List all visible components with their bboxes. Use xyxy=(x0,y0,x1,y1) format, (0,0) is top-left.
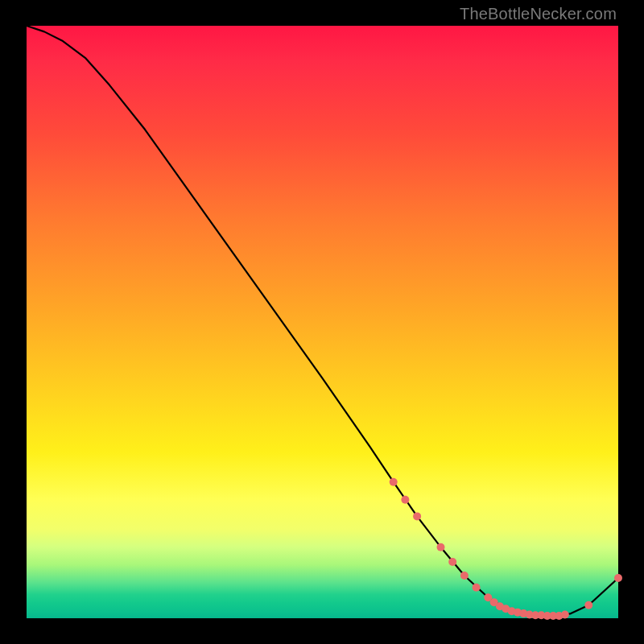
data-point xyxy=(561,611,569,619)
marker-layer xyxy=(390,478,622,620)
data-point xyxy=(437,543,445,551)
data-point xyxy=(413,512,421,520)
data-point xyxy=(614,574,622,582)
data-point xyxy=(473,584,481,592)
data-point xyxy=(390,478,398,486)
data-point xyxy=(460,572,469,580)
chart-stage: TheBottleNecker.com xyxy=(0,0,644,644)
data-point xyxy=(584,601,592,609)
line-series xyxy=(27,26,618,618)
attribution-link[interactable]: TheBottleNecker.com xyxy=(460,5,617,23)
curve-path xyxy=(27,26,618,616)
data-point xyxy=(448,558,456,566)
plot-area xyxy=(27,26,618,618)
data-point xyxy=(401,496,409,504)
